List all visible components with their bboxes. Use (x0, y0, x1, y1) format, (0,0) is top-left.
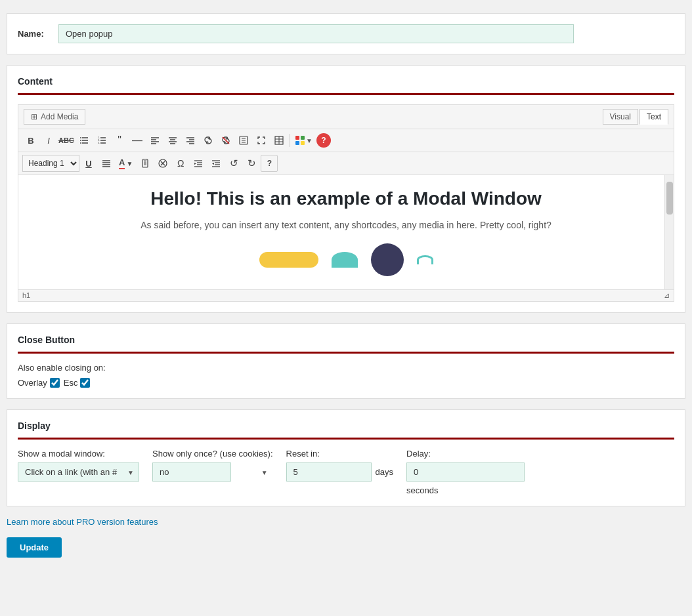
delay-label: Delay: (406, 449, 525, 459)
content-heading: Content (18, 76, 674, 95)
unordered-list-button[interactable] (76, 132, 93, 149)
paste-text-button[interactable] (137, 155, 154, 172)
visual-tab[interactable]: Visual (603, 109, 638, 125)
name-input[interactable] (58, 24, 574, 43)
shape-dark (371, 243, 404, 276)
redo-button[interactable]: ↻ (243, 155, 260, 172)
editor-content-area: Hello! This is an example of a Modal Win… (18, 175, 674, 289)
toolbar-row-2: Heading 1 Paragraph Heading 2 Heading 3 … (18, 152, 674, 175)
ordered-list-button[interactable]: 1.2.3. (93, 132, 110, 149)
name-section: Name: (7, 13, 685, 54)
display-heading: Display (18, 421, 674, 440)
align-center-button[interactable] (164, 132, 181, 149)
editor-scrollbar[interactable] (664, 175, 674, 289)
insert-button[interactable] (235, 132, 252, 149)
svg-point-4 (80, 140, 81, 141)
editor-shapes (34, 243, 658, 276)
outdent-button[interactable] (207, 155, 225, 172)
reset-in-field: Reset in: days (286, 449, 393, 482)
editor-statusbar: h1 ⊿ (18, 289, 674, 301)
also-enable-label: Also enable closing on: (18, 363, 674, 373)
show-once-select-wrap: no yes (152, 462, 273, 482)
strikethrough-button[interactable]: ABC (58, 132, 75, 149)
svg-marker-49 (194, 163, 196, 165)
toolbar-sep-1 (290, 134, 290, 147)
underline-button[interactable]: U (80, 155, 97, 172)
svg-marker-54 (212, 163, 214, 165)
svg-point-3 (80, 137, 81, 138)
seconds-label: seconds (406, 485, 525, 495)
justify-button[interactable] (98, 155, 115, 172)
show-modal-label: Show a modal window: (18, 449, 139, 459)
delay-field: Delay: seconds (406, 449, 525, 495)
add-media-button[interactable]: ⊞ Add Media (24, 109, 85, 125)
media-icon: ⊞ (31, 112, 37, 121)
bold-button[interactable]: B (22, 132, 39, 149)
show-once-label: Show only once? (use cookies): (152, 449, 273, 459)
hr-button[interactable]: — (129, 132, 146, 149)
update-button[interactable]: Update (7, 537, 62, 558)
editor-editable[interactable]: Hello! This is an example of a Modal Win… (18, 175, 674, 289)
editor-tag-indicator: h1 (22, 291, 30, 300)
reset-in-input[interactable] (286, 462, 372, 482)
heading-select[interactable]: Heading 1 Paragraph Heading 2 Heading 3 (22, 155, 79, 172)
scrollbar-thumb (666, 182, 673, 215)
esc-checkbox[interactable] (80, 378, 90, 388)
font-color-button[interactable]: A ▼ (116, 155, 136, 172)
indent-button[interactable] (190, 155, 207, 172)
days-label: days (376, 467, 393, 477)
esc-checkbox-label: Esc (64, 378, 91, 388)
undo-button[interactable]: ↺ (225, 155, 242, 172)
name-label: Name: (18, 29, 51, 39)
unlink-button[interactable] (217, 132, 234, 149)
color-picker-button[interactable]: ▼ (292, 132, 316, 149)
help-button[interactable]: ? (316, 133, 331, 148)
resize-handle[interactable]: ⊿ (664, 291, 670, 300)
align-right-button[interactable] (182, 132, 199, 149)
svg-rect-38 (144, 159, 146, 161)
editor-wrapper: ⊞ Add Media Visual Text B I ABC 1.2.3. "… (18, 104, 674, 302)
blockquote-button[interactable]: " (111, 132, 128, 149)
show-once-field: Show only once? (use cookies): no yes (152, 449, 273, 482)
omega-button[interactable]: Ω (172, 155, 189, 172)
display-grid: Show a modal window: Click on a link (wi… (18, 449, 674, 495)
keyboard-help-button[interactable]: ? (261, 155, 278, 172)
text-tab[interactable]: Text (639, 109, 668, 125)
table-button[interactable] (270, 132, 288, 149)
delay-input[interactable] (406, 462, 525, 482)
shape-teal (332, 252, 358, 268)
close-button-section: Close Button Also enable closing on: Ove… (7, 323, 685, 399)
reset-in-label: Reset in: (286, 449, 393, 459)
fullscreen-button[interactable] (253, 132, 270, 149)
overlay-checkbox-label: Overlay (18, 378, 60, 388)
svg-point-5 (80, 142, 81, 144)
shape-arc (417, 255, 433, 264)
view-tabs: Visual Text (603, 109, 668, 125)
clear-formatting-button[interactable] (154, 155, 171, 172)
overlay-label-text: Overlay (18, 378, 47, 388)
show-once-select[interactable]: no yes (152, 462, 231, 482)
align-left-button[interactable] (146, 132, 163, 149)
link-button[interactable] (200, 132, 217, 149)
show-modal-select[interactable]: Click on a link (with an # On page load … (18, 462, 139, 482)
content-section: Content ⊞ Add Media Visual Text B I ABC … (7, 65, 685, 313)
close-button-heading: Close Button (18, 335, 674, 354)
editor-paragraph: As said before, you can insert any text … (34, 220, 658, 230)
overlay-checkbox[interactable] (50, 378, 60, 388)
reset-in-row: days (286, 462, 393, 482)
editor-top-bar: ⊞ Add Media Visual Text (18, 105, 674, 129)
toolbar-row-1: B I ABC 1.2.3. " — (18, 129, 674, 152)
pro-features-link[interactable]: Learn more about PRO version features (7, 517, 158, 527)
italic-button[interactable]: I (40, 132, 57, 149)
display-section: Display Show a modal window: Click on a … (7, 409, 685, 506)
svg-text:3.: 3. (98, 141, 100, 144)
editor-h1: Hello! This is an example of a Modal Win… (34, 188, 658, 209)
show-modal-select-wrap: Click on a link (with an # On page load … (18, 462, 139, 482)
footer-section: Learn more about PRO version features Up… (7, 517, 685, 558)
esc-label-text: Esc (64, 378, 78, 388)
show-modal-field: Show a modal window: Click on a link (wi… (18, 449, 139, 482)
shape-yellow (259, 252, 318, 268)
close-options-row: Overlay Esc (18, 378, 674, 388)
